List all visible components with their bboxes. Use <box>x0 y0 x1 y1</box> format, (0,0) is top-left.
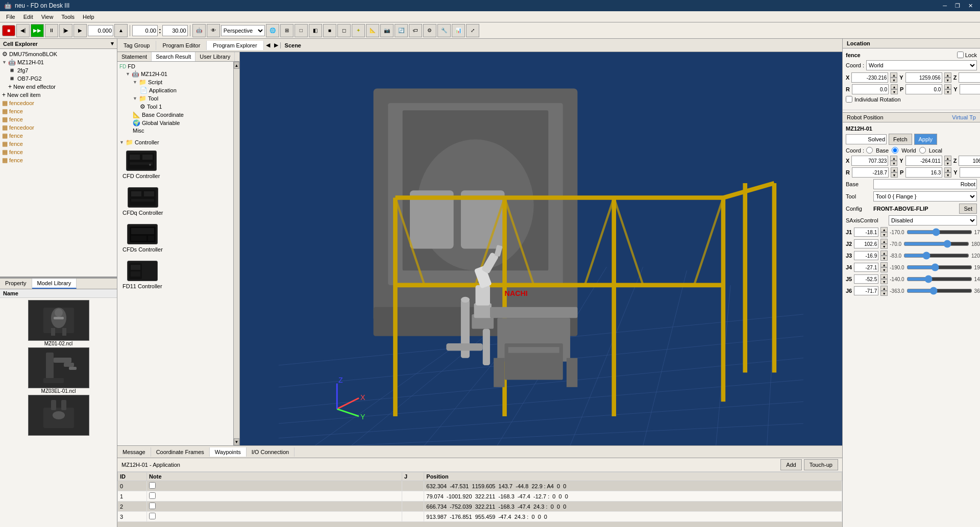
x-spin-down[interactable]: ▼ <box>890 78 897 83</box>
tree-item-fence4[interactable]: ▦ fence <box>1 140 116 148</box>
perspective-select[interactable]: Perspective Orthographic Top Front Side <box>221 25 265 36</box>
prog-tab-statement[interactable]: Statement <box>117 52 152 61</box>
tree-item-fence1[interactable]: ▦ fence <box>1 107 116 115</box>
menu-file[interactable]: File <box>2 13 19 21</box>
tree-item-fence2[interactable]: ▦ fence <box>1 115 116 123</box>
stop-button[interactable]: ■ <box>2 25 15 36</box>
close-button[interactable]: ✕ <box>965 3 976 9</box>
saxis-select[interactable]: Disabled Enabled <box>889 215 977 225</box>
speed-up-button[interactable]: ▲ <box>114 24 128 37</box>
ctrl-item-fd11[interactable]: FD11 Controller <box>118 257 166 293</box>
prog-tree-fd[interactable]: FD FD <box>118 63 232 70</box>
tree-item-fencedoor2[interactable]: ▦ fencedoor <box>1 123 116 132</box>
step-back-button[interactable]: ◀| <box>16 24 30 37</box>
rp-z-input[interactable]: 1068.442 <box>959 156 980 166</box>
j4-slider[interactable] <box>906 263 972 271</box>
j1-input[interactable]: -18.1 <box>854 228 878 237</box>
menu-edit[interactable]: Edit <box>19 13 37 21</box>
tree-item-newcell[interactable]: + New cell item <box>1 91 116 99</box>
rp-x-input[interactable]: 707.323 <box>851 156 888 166</box>
coord-select[interactable]: World Base Local <box>866 60 977 70</box>
indiv-rot-checkbox[interactable] <box>846 96 852 103</box>
rp-r-spin-down[interactable]: ▼ <box>891 172 898 178</box>
prog-tree-mz12h[interactable]: ▼ 🤖 MZ12H-01 <box>118 70 232 78</box>
j2-spin-up[interactable]: ▲ <box>880 239 888 244</box>
row2-check[interactable] <box>149 503 156 509</box>
rp-r-input[interactable]: -218.7 <box>852 167 889 178</box>
p-spin-down[interactable]: ▼ <box>944 89 951 94</box>
play-button[interactable]: ▶ <box>74 24 87 37</box>
pause-button[interactable]: ⏸ <box>45 24 58 37</box>
y-spin-up[interactable]: ▲ <box>944 72 951 78</box>
j4-spin-up[interactable]: ▲ <box>880 262 888 267</box>
rp-y-input[interactable]: -264.011 <box>905 156 942 166</box>
controller-header[interactable]: ▼ 📁 Controller <box>118 138 232 146</box>
j6-spin-up[interactable]: ▲ <box>880 286 888 291</box>
j6-input[interactable]: -71.7 <box>854 286 878 295</box>
rp-x-spin-up[interactable]: ▲ <box>890 156 897 161</box>
z-input[interactable]: 0.000 <box>959 72 980 83</box>
tab-property[interactable]: Property <box>0 279 32 289</box>
ctrl-item-cfds[interactable]: CFDs Controller <box>118 220 167 257</box>
menu-tools[interactable]: Tools <box>57 13 79 21</box>
box-button[interactable]: □ <box>295 24 308 37</box>
touch-up-button[interactable]: Touch-up <box>804 459 838 470</box>
step-button[interactable]: |▶ <box>59 24 72 37</box>
prog-tree-misc[interactable]: Misc <box>118 127 232 134</box>
tool-select[interactable]: Tool 0 { Flange } Tool 1 <box>873 191 977 202</box>
tab-tag-group[interactable]: Tag Group <box>117 41 156 50</box>
row3-check[interactable] <box>149 513 156 519</box>
p-spin-up[interactable]: ▲ <box>944 84 951 89</box>
prog-scroll-up[interactable]: ▲ <box>234 62 239 69</box>
tool2-button[interactable]: 🔧 <box>437 24 451 37</box>
tree-item-effector[interactable]: + New end effector <box>1 83 116 91</box>
tab-arrow-left[interactable]: ◀ <box>264 42 272 48</box>
x-spin-up[interactable]: ▲ <box>890 72 897 78</box>
restore-button[interactable]: ❐ <box>952 3 963 9</box>
solid-button[interactable]: ■ <box>323 24 336 37</box>
tab-arrow-right[interactable]: ▶ <box>272 42 280 48</box>
j4-spin-down[interactable]: ▼ <box>880 267 888 272</box>
sim-button[interactable]: 🔄 <box>395 24 408 37</box>
model-item-mz03[interactable]: MZ03EL-01.ncl <box>2 347 115 394</box>
run-button[interactable]: ▶▶ <box>31 24 44 37</box>
rp-y2-input[interactable]: 58.1 <box>960 167 980 178</box>
p-input[interactable]: 0.0 <box>905 84 942 94</box>
tree-item-mz12h[interactable]: ▼ 🤖 MZ12H-01 <box>1 58 116 66</box>
tab-coord-frames[interactable]: Coordinate Frames <box>151 447 210 457</box>
j3-slider[interactable] <box>903 252 969 260</box>
tab-waypoints[interactable]: Waypoints <box>210 447 247 457</box>
tree-item-fence5[interactable]: ▦ fence <box>1 148 116 156</box>
j2-slider[interactable] <box>903 240 969 248</box>
ctrl-item-cfdq[interactable]: CFDq Controller <box>118 183 167 220</box>
j6-spin-down[interactable]: ▼ <box>880 291 888 296</box>
j4-input[interactable]: -27.1 <box>854 263 878 272</box>
model-item-mz01[interactable]: MZ01-02.ncl <box>2 300 115 346</box>
prog-tree-base[interactable]: 📐 Base Coordinate <box>118 111 232 119</box>
lock-checkbox[interactable] <box>957 52 964 58</box>
j2-spin-down[interactable]: ▼ <box>880 244 888 249</box>
prog-scroll-down[interactable]: ▼ <box>234 438 239 445</box>
tree-item-ob7[interactable]: ◾ OB7-PG2 <box>1 74 116 83</box>
solved-input[interactable]: Solved <box>846 134 887 144</box>
j5-slider[interactable] <box>906 275 972 283</box>
rp-p-input[interactable]: 16.3 <box>905 167 942 178</box>
row1-check[interactable] <box>149 492 156 499</box>
j6-slider[interactable] <box>906 287 972 295</box>
add-button[interactable]: Add <box>780 459 802 470</box>
tab-program-explorer[interactable]: Program Explorer <box>207 41 263 50</box>
minimize-button[interactable]: ─ <box>940 3 950 9</box>
model-item-extra[interactable] <box>2 395 115 436</box>
prog-tree-global[interactable]: 🌍 Global Variable <box>118 119 232 127</box>
r-spin-up[interactable]: ▲ <box>891 84 898 89</box>
j1-slider[interactable] <box>906 228 972 236</box>
j3-input[interactable]: -16.9 <box>854 251 878 260</box>
tool1-button[interactable]: ⚙ <box>423 24 436 37</box>
robot-icon-button[interactable]: 🤖 <box>192 24 206 37</box>
rp-p-spin-down[interactable]: ▼ <box>944 172 951 178</box>
row0-check[interactable] <box>149 482 156 489</box>
r-input[interactable]: 0.0 <box>852 84 889 94</box>
cell-explorer-arrow[interactable]: ▾ <box>111 40 114 47</box>
play-speed-input[interactable]: 0.000 <box>88 25 113 36</box>
prog-tree-tool[interactable]: ▼ 📁 Tool <box>118 94 232 103</box>
